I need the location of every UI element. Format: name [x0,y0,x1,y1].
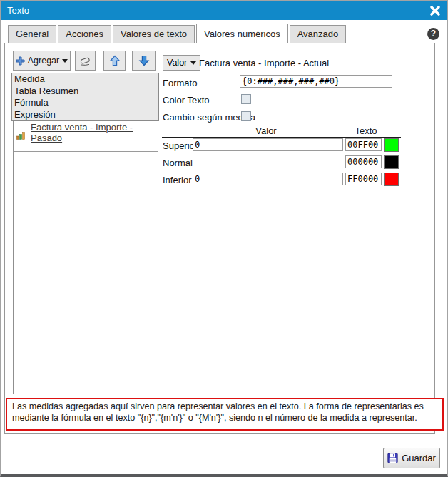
dialog-titlebar: Texto [1,1,447,20]
tab-valores-numericos[interactable]: Valores numéricos [196,24,288,43]
move-up-button[interactable] [103,51,126,71]
inferior-valor-input[interactable] [193,173,343,185]
arrow-up-icon [109,55,121,66]
inferior-color-swatch[interactable] [384,173,399,186]
menu-item-formula[interactable]: Fórmula [12,97,158,109]
cambio-segun-medida-checkbox[interactable] [241,111,251,121]
chevron-down-icon [62,59,68,63]
close-button[interactable] [429,4,442,17]
list-item[interactable]: Factura venta - Importe - Pasado [14,121,158,152]
agregar-button[interactable]: Agregar [13,51,71,71]
info-message-text: Las medidas agregadas aquí sirven para r… [12,401,424,423]
normal-color-input[interactable] [345,155,382,168]
info-message-box: Las medidas agregadas aquí sirven para r… [6,398,444,431]
arrow-down-icon [138,55,150,66]
measure-link[interactable]: Factura venta - Importe - Pasado [31,123,151,143]
bar-chart-icon [16,130,26,143]
move-down-button[interactable] [132,51,156,71]
tab-valores-de-texto[interactable]: Valores de texto [113,25,195,43]
plus-icon [16,56,25,66]
menu-item-medida[interactable]: Medida [12,73,158,86]
chevron-down-icon [190,61,196,65]
valor-dropdown-button[interactable]: Valor [163,55,200,71]
normal-row-label: Normal [163,158,193,168]
eraser-icon [79,55,91,67]
tab-acciones[interactable]: Acciones [58,25,111,43]
superior-color-swatch[interactable] [384,138,399,152]
formato-input[interactable] [240,75,392,88]
save-button-label: Guardar [402,453,436,463]
inferior-row-label: Inferior [163,175,191,185]
tab-avanzado[interactable]: Avanzado [290,25,347,43]
inferior-color-input[interactable] [345,173,382,185]
dialog-title: Texto [7,1,29,20]
save-icon [387,453,398,463]
menu-item-expresion[interactable]: Expresión [12,109,158,121]
close-icon [429,4,442,17]
color-texto-checkbox[interactable] [241,94,251,104]
superior-valor-input[interactable] [193,138,343,151]
agregar-dropdown-menu: Medida Tabla Resumen Fórmula Expresión [11,73,159,121]
color-texto-label: Color Texto [163,95,210,106]
measure-list: Factura venta - Importe - Pasado [13,73,158,394]
valor-button-label: Valor [167,58,187,68]
normal-color-swatch[interactable] [384,155,399,169]
tab-content-panel: Agregar [4,43,435,434]
texto-dialog: Texto General Acciones Valores de texto … [0,0,448,477]
superior-color-input[interactable] [345,138,382,151]
selected-measure-label: Factura venta - Importe - Actual [199,58,329,68]
formato-label: Formato [163,78,197,88]
save-button[interactable]: Guardar [383,448,440,468]
tab-general[interactable]: General [8,25,56,43]
help-button[interactable]: ? [427,28,439,40]
valor-column-header: Valor [255,125,276,136]
texto-column-header: Texto [355,125,377,136]
agregar-label: Agregar [28,56,59,66]
clear-button[interactable] [75,51,96,71]
menu-item-tabla-resumen[interactable]: Tabla Resumen [12,86,158,98]
tab-bar: General Acciones Valores de texto Valore… [8,25,346,43]
